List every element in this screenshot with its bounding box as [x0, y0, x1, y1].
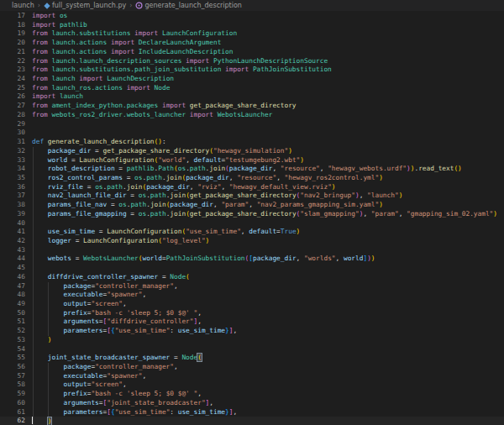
line-number[interactable]: 19	[0, 29, 25, 39]
code-line[interactable]: 44 webots = WebotsLauncher(world=PathJoi…	[0, 254, 504, 264]
code-line[interactable]: 62 )	[0, 417, 504, 425]
code-line[interactable]: 36 rviz_file = os.path.join(package_dir,…	[0, 183, 504, 192]
line-number[interactable]: 23	[0, 66, 25, 75]
line-number[interactable]: 60	[0, 399, 25, 408]
line-number[interactable]: 49	[0, 300, 25, 309]
code-line[interactable]: 42 logger = LaunchConfiguration("log_lev…	[0, 237, 504, 246]
line-number[interactable]: 48	[0, 291, 25, 300]
line-number[interactable]: 55	[0, 354, 25, 363]
line-number[interactable]: 62	[0, 417, 25, 425]
line-number[interactable]: 18	[0, 21, 25, 30]
code-line[interactable]: 24from launch import LaunchDescription	[0, 75, 504, 84]
code-line[interactable]: 47 package="controller_manager",	[0, 282, 504, 291]
line-number[interactable]: 44	[0, 254, 25, 264]
code-line[interactable]: 49 output="screen",	[0, 300, 504, 309]
line-number[interactable]: 33	[0, 156, 25, 165]
code-line[interactable]: 57 executable="spawner",	[0, 372, 504, 381]
code-line[interactable]: 22from launch.launch_description_sources…	[0, 57, 504, 66]
code-line[interactable]: 25from launch_ros.actions import Node	[0, 84, 504, 93]
indent-guide	[33, 282, 34, 291]
code-line[interactable]: 29	[0, 120, 504, 129]
line-number[interactable]: 50	[0, 309, 25, 318]
code-line[interactable]: 23from launch.substitutions.path_join_su…	[0, 66, 504, 75]
breadcrumb-file[interactable]: full_system_launch.py	[44, 2, 126, 9]
breadcrumb-folder-label: launch	[12, 2, 34, 9]
line-number[interactable]: 47	[0, 282, 25, 291]
line-number[interactable]: 58	[0, 380, 25, 390]
line-number[interactable]: 54	[0, 345, 25, 354]
breadcrumb-folder[interactable]: launch	[12, 2, 34, 9]
code-line[interactable]: 43	[0, 246, 504, 255]
line-number[interactable]: 20	[0, 39, 25, 48]
code-editor[interactable]: 17import os18import pathlib19from launch…	[0, 11, 504, 425]
line-number[interactable]: 52	[0, 327, 25, 336]
indent-guide	[48, 309, 49, 318]
code-line[interactable]: 28from webots_ros2_driver.webots_launche…	[0, 111, 504, 120]
code-line[interactable]: 38 params_file_nav = os.path.join(packag…	[0, 201, 504, 210]
line-number[interactable]: 39	[0, 210, 25, 219]
code-line[interactable]: 27from ament_index_python.packages impor…	[0, 102, 504, 111]
line-number[interactable]: 27	[0, 102, 25, 111]
line-number[interactable]: 22	[0, 57, 25, 66]
line-number[interactable]: 45	[0, 264, 25, 273]
line-number[interactable]: 29	[0, 120, 25, 129]
line-number[interactable]: 34	[0, 165, 25, 174]
code-line[interactable]: 18import pathlib	[0, 21, 504, 30]
line-number[interactable]: 61	[0, 408, 25, 417]
line-number[interactable]: 30	[0, 129, 25, 138]
line-number[interactable]: 56	[0, 363, 25, 372]
code-line[interactable]: 54	[0, 345, 504, 354]
line-number[interactable]: 43	[0, 246, 25, 255]
code-line[interactable]: 61 parameters=[{"use_sim_time": use_sim_…	[0, 408, 504, 417]
code-line[interactable]: 26import launch	[0, 92, 504, 102]
line-number[interactable]: 25	[0, 84, 25, 93]
code-line[interactable]: 41 use_sim_time = LaunchConfiguration("u…	[0, 228, 504, 237]
code-line[interactable]: 31def generate_launch_description():	[0, 138, 504, 147]
code-line[interactable]: 60 arguments=["joint_state_broadcaster"]…	[0, 399, 504, 408]
code-line[interactable]: 59 prefix="bash -c 'sleep 5; $0 $@' ",	[0, 390, 504, 399]
line-number[interactable]: 28	[0, 111, 25, 120]
code-line[interactable]: 30	[0, 129, 504, 138]
line-number[interactable]: 40	[0, 219, 25, 228]
line-number[interactable]: 38	[0, 201, 25, 210]
code-line[interactable]: 48 executable="spawner",	[0, 291, 504, 300]
code-line[interactable]: 56 package="controller_manager",	[0, 363, 504, 372]
line-number[interactable]: 37	[0, 192, 25, 201]
code-line[interactable]: 33 world = LaunchConfiguration("world", …	[0, 156, 504, 165]
code-line[interactable]: 50 prefix="bash -c 'sleep 5; $0 $@' ",	[0, 309, 504, 318]
code-line[interactable]: 45	[0, 264, 504, 273]
code-line[interactable]: 19from launch.substitutions import Launc…	[0, 29, 504, 39]
line-number[interactable]: 17	[0, 12, 25, 21]
code-line[interactable]: 51 arguments=["diffdrive_controller"],	[0, 317, 504, 327]
code-line[interactable]: 58 output="screen",	[0, 380, 504, 390]
code-line[interactable]: 55 joint_state_broadcaster_spawner = Nod…	[0, 354, 504, 363]
line-number[interactable]: 36	[0, 183, 25, 192]
code-line[interactable]: 21from launch.actions import IncludeLaun…	[0, 48, 504, 57]
code-line[interactable]: 46 diffdrive_controller_spawner = Node(	[0, 273, 504, 282]
line-number[interactable]: 35	[0, 174, 25, 183]
code-line[interactable]: 20from launch.actions import DeclareLaun…	[0, 39, 504, 48]
code-line[interactable]: 34 robot_description = pathlib.Path(os.p…	[0, 165, 504, 174]
line-number[interactable]: 53	[0, 336, 25, 345]
line-number[interactable]: 57	[0, 372, 25, 381]
code-text: from launch.launch_description_sources i…	[25, 57, 504, 66]
line-number[interactable]: 42	[0, 237, 25, 246]
code-line[interactable]: 40	[0, 219, 504, 228]
code-line[interactable]: 39 params_file_gmapping = os.path.join(g…	[0, 210, 504, 219]
line-number[interactable]: 51	[0, 317, 25, 327]
code-line[interactable]: 53 )	[0, 336, 504, 345]
line-number[interactable]: 46	[0, 273, 25, 282]
code-line[interactable]: 17import os	[0, 12, 504, 21]
breadcrumb-symbol[interactable]: generate_launch_description	[135, 2, 241, 9]
line-number[interactable]: 21	[0, 48, 25, 57]
line-number[interactable]: 59	[0, 390, 25, 399]
code-line[interactable]: 35 ros2_control_params = os.path.join(pa…	[0, 174, 504, 183]
line-number[interactable]: 41	[0, 228, 25, 237]
line-number[interactable]: 32	[0, 147, 25, 156]
line-number[interactable]: 31	[0, 138, 25, 147]
code-line[interactable]: 37 nav2_launch_file_dir = os.path.join(g…	[0, 192, 504, 201]
code-line[interactable]: 52 parameters=[{"use_sim_time": use_sim_…	[0, 327, 504, 336]
line-number[interactable]: 26	[0, 92, 25, 102]
line-number[interactable]: 24	[0, 75, 25, 84]
code-line[interactable]: 32 package_dir = get_package_share_direc…	[0, 147, 504, 156]
